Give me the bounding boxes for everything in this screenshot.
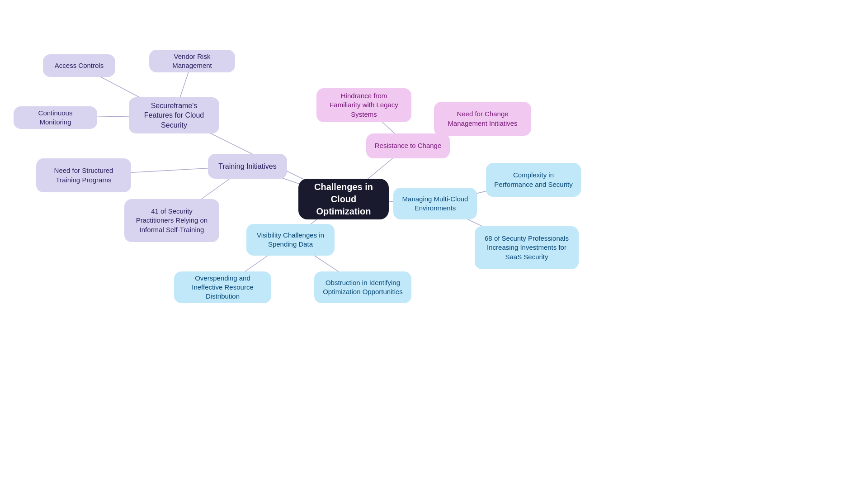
secureframe-label: Secureframe's Features for Cloud Securit… [137, 101, 211, 130]
vendor-risk-label: Vendor Risk Management [157, 52, 227, 71]
visibility-challenges-node: Visibility Challenges in Spending Data [246, 224, 335, 256]
need-structured-node: Need for Structured Training Programs [36, 158, 131, 192]
center-label: Challenges in Cloud Optimization [307, 181, 381, 218]
training-initiatives-node: Training Initiatives [208, 154, 287, 179]
need-structured-label: Need for Structured Training Programs [44, 166, 123, 185]
saas-security-label: 68 of Security Professionals Increasing … [483, 234, 571, 262]
informal-training-label: 41 of Security Practitioners Relying on … [132, 207, 211, 234]
center-node: Challenges in Cloud Optimization [298, 179, 389, 219]
training-initiatives-label: Training Initiatives [218, 162, 276, 171]
change-management-node: Need for Change Management Initiatives [434, 102, 531, 136]
informal-training-node: 41 of Security Practitioners Relying on … [124, 199, 219, 242]
complexity-perf-label: Complexity in Performance and Security [494, 171, 573, 189]
managing-multicloud-label: Managing Multi-Cloud Environments [401, 195, 469, 213]
secureframe-node: Secureframe's Features for Cloud Securit… [129, 97, 219, 133]
saas-security-node: 68 of Security Professionals Increasing … [475, 226, 579, 269]
obstruction-node: Obstruction in Identifying Optimization … [314, 271, 411, 303]
access-controls-label: Access Controls [55, 61, 104, 70]
hindrance-legacy-label: Hindrance from Familiarity with Legacy S… [325, 91, 403, 119]
complexity-perf-node: Complexity in Performance and Security [486, 163, 581, 197]
overspending-label: Overspending and Ineffective Resource Di… [182, 274, 263, 301]
managing-multicloud-node: Managing Multi-Cloud Environments [393, 188, 477, 219]
obstruction-label: Obstruction in Identifying Optimization … [322, 278, 403, 297]
resistance-node: Resistance to Change [366, 133, 450, 158]
continuous-monitoring-node: Continuous Monitoring [14, 106, 97, 129]
access-controls-node: Access Controls [43, 54, 115, 77]
visibility-challenges-label: Visibility Challenges in Spending Data [255, 231, 326, 249]
continuous-monitoring-label: Continuous Monitoring [22, 109, 89, 127]
resistance-label: Resistance to Change [375, 141, 442, 150]
change-management-label: Need for Change Management Initiatives [442, 109, 523, 128]
overspending-node: Overspending and Ineffective Resource Di… [174, 271, 271, 303]
hindrance-legacy-node: Hindrance from Familiarity with Legacy S… [316, 88, 411, 122]
vendor-risk-node: Vendor Risk Management [149, 50, 235, 72]
